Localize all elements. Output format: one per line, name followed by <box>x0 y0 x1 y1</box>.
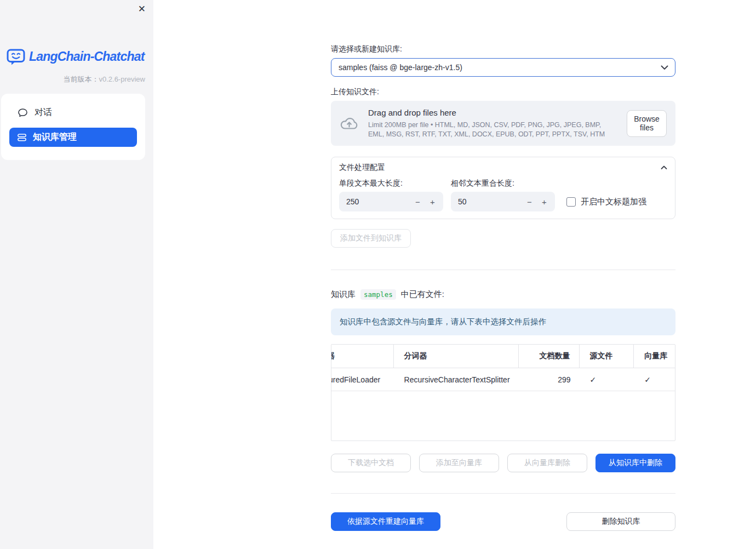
expander-header[interactable]: 文件处理配置 <box>339 157 667 178</box>
cell-splitter: RecursiveCharacterTextSplitter <box>394 368 519 391</box>
table-header-row: 器 分词器 文档数量 源文件 向量库 <box>331 345 675 368</box>
kb-select-value: samples (faiss @ bge-large-zh-v1.5) <box>339 63 462 72</box>
overlap-input[interactable]: 50 <box>458 197 522 206</box>
browse-files-button[interactable]: Browse files <box>627 110 667 137</box>
cell-loader: uredFileLoader <box>331 368 394 391</box>
close-icon[interactable]: ✕ <box>138 3 146 15</box>
decrement-button[interactable]: − <box>410 197 425 207</box>
download-selected-button[interactable]: 下载选中文档 <box>331 454 411 472</box>
table-row[interactable]: uredFileLoader RecursiveCharacterTextSpl… <box>331 368 675 391</box>
sidebar-item-label: 知识库管理 <box>33 131 77 143</box>
stack-icon <box>18 134 26 141</box>
sidebar-item-knowledge-base[interactable]: 知识库管理 <box>9 128 137 147</box>
cell-source-file-check: ✓ <box>580 368 634 391</box>
app-title: LangChain-Chatchat <box>29 49 145 64</box>
chunk-size-label: 单段文本最大长度: <box>339 179 443 187</box>
column-header-source-file: 源文件 <box>580 345 634 368</box>
chunk-size-input[interactable]: 250 <box>346 197 410 206</box>
increment-button[interactable]: + <box>537 197 552 207</box>
chat-bubble-icon <box>18 107 28 118</box>
info-alert: 知识库中包含源文件与向量库，请从下表中选择文件后操作 <box>331 308 675 335</box>
kb-select-label: 请选择或新建知识库: <box>331 45 675 53</box>
file-action-buttons: 下载选中文档 添加至向量库 从向量库删除 从知识库中删除 <box>331 454 675 472</box>
chunk-size-stepper: 250 − + <box>339 192 443 211</box>
divider <box>331 493 675 494</box>
column-header-splitter: 分词器 <box>394 345 519 368</box>
decrement-button[interactable]: − <box>522 197 537 207</box>
overlap-stepper: 50 − + <box>451 192 555 211</box>
sidebar-item-label: 对话 <box>35 107 52 118</box>
delete-from-kb-button[interactable]: 从知识库中删除 <box>595 454 675 472</box>
kb-name-code: samples <box>360 289 396 300</box>
rebuild-vector-store-button[interactable]: 依据源文件重建向量库 <box>331 512 440 531</box>
add-to-vector-store-button[interactable]: 添加至向量库 <box>419 454 499 472</box>
chatchat-logo-icon <box>7 47 25 66</box>
column-header-loader: 器 <box>331 345 394 368</box>
app-logo: LangChain-Chatchat <box>0 0 153 66</box>
sidebar: ✕ LangChain-Chatchat 当前版本：v0.2.6-preview… <box>0 0 153 549</box>
cloud-upload-icon <box>339 115 359 131</box>
sidebar-menu: 对话 知识库管理 <box>1 94 145 160</box>
main-area: 请选择或新建知识库: samples (faiss @ bge-large-zh… <box>153 0 756 549</box>
overlap-label: 相邻文本重合长度: <box>451 179 555 187</box>
sidebar-item-chat[interactable]: 对话 <box>9 103 137 122</box>
files-table: 器 分词器 文档数量 源文件 向量库 uredFileLoader Recurs… <box>331 344 675 441</box>
divider <box>331 270 675 270</box>
delete-kb-button[interactable]: 删除知识库 <box>566 512 675 531</box>
version-text: 当前版本：v0.2.6-preview <box>0 75 145 84</box>
chevron-down-icon <box>661 65 668 70</box>
add-files-button[interactable]: 添加文件到知识库 <box>331 229 411 248</box>
kb-select-dropdown[interactable]: samples (faiss @ bge-large-zh-v1.5) <box>331 58 675 77</box>
file-dropzone[interactable]: Drag and drop files here Limit 200MB per… <box>331 101 675 146</box>
delete-from-vector-store-button[interactable]: 从向量库删除 <box>507 454 587 472</box>
column-header-vector-store: 向量库 <box>634 345 675 368</box>
chevron-up-icon <box>661 165 667 170</box>
expander-title: 文件处理配置 <box>339 163 385 173</box>
zh-title-checkbox[interactable] <box>566 197 576 207</box>
kb-action-buttons: 依据源文件重建向量库 删除知识库 <box>331 512 675 531</box>
cell-vector-store-check: ✓ <box>634 368 675 391</box>
upload-label: 上传知识文件: <box>331 88 675 96</box>
column-header-doc-count: 文档数量 <box>519 345 580 368</box>
kb-files-heading: 知识库 samples 中已有文件: <box>331 289 675 300</box>
increment-button[interactable]: + <box>425 197 440 207</box>
dropzone-title: Drag and drop files here <box>368 108 618 117</box>
dropzone-hint: Limit 200MB per file • HTML, MD, JSON, C… <box>368 121 618 139</box>
zh-title-checkbox-label: 开启中文标题加强 <box>581 197 646 207</box>
cell-doc-count: 299 <box>519 368 580 391</box>
file-config-expander: 文件处理配置 单段文本最大长度: 250 − + 相邻文本重合长度: <box>331 157 675 219</box>
